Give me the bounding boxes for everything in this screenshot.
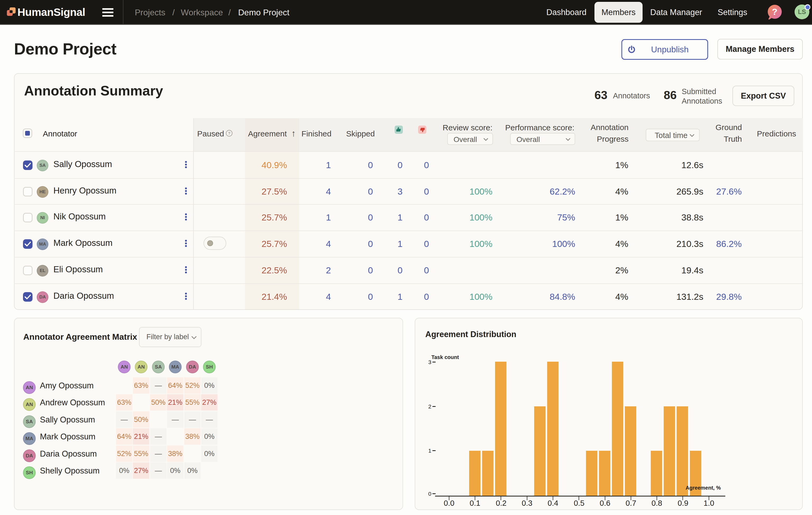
svg-text:?: ? [772,7,778,17]
svg-text:?: ? [228,131,230,135]
